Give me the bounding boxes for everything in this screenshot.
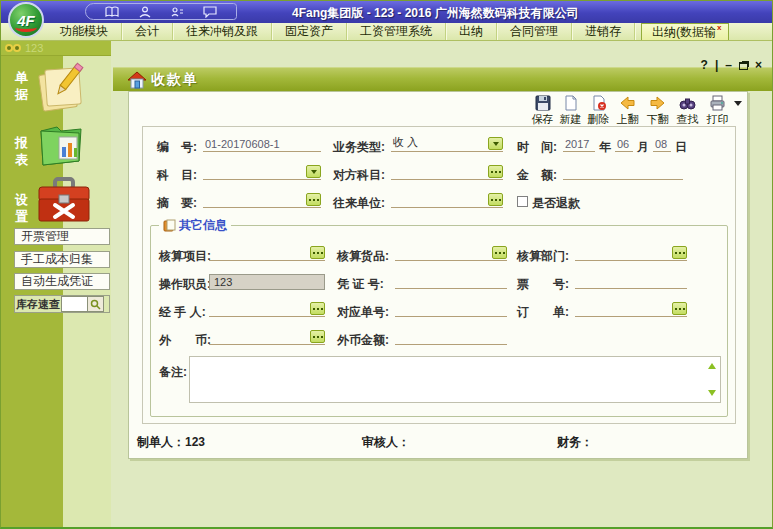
summary-label: 摘 要: (157, 195, 197, 212)
finance-signature: 财务： (557, 434, 593, 451)
other-info-legend: 其它信息 (159, 217, 231, 234)
accounting-item-lookup-icon[interactable] (310, 246, 325, 259)
sidebar-button-auto-voucher[interactable]: 自动生成凭证 (14, 273, 110, 290)
is-refund-checkbox[interactable] (517, 196, 528, 207)
subject-dropdown-icon[interactable] (306, 165, 321, 178)
find-button[interactable]: 查找 (674, 95, 701, 127)
notepad-pencil-icon[interactable] (37, 61, 87, 115)
menu-item-fixed-assets[interactable]: 固定资产 (272, 23, 347, 40)
print-button[interactable]: 打印 (704, 95, 731, 127)
book-icon[interactable] (105, 6, 119, 18)
accounting-item-field[interactable] (209, 245, 325, 261)
menu-item-offset[interactable]: 往来冲销及跟 (173, 23, 272, 40)
menu-item-contracts[interactable]: 合同管理 (497, 23, 572, 40)
form-title: 收款单 (151, 71, 199, 89)
tab-close-icon[interactable]: x (717, 23, 721, 32)
menu-item-payroll[interactable]: 工资管理系统 (347, 23, 446, 40)
number-field[interactable]: 01-20170608-1 (203, 136, 321, 152)
accounting-dept-lookup-icon[interactable] (672, 246, 687, 259)
toolbox-icon[interactable] (35, 177, 91, 225)
menu-item-accounting[interactable]: 会计 (122, 23, 173, 40)
clipboard-icon (163, 219, 176, 232)
day-field[interactable]: 08 (653, 136, 671, 152)
ticket-no-field[interactable] (575, 273, 687, 289)
sidebar-button-manual-cost[interactable]: 手工成本归集 (14, 251, 110, 268)
partner-unit-lookup-icon[interactable] (488, 193, 503, 206)
remark-scroll-up-icon[interactable] (708, 363, 716, 369)
foreign-currency-lookup-icon[interactable] (310, 330, 325, 343)
sidebar-item-settings[interactable]: 设置 (14, 191, 29, 225)
app-logo[interactable]: 4F (8, 2, 44, 38)
form-panel: 保存 新建 删除 上翻 下翻 (128, 91, 748, 459)
operator-label: 操作职员: (159, 276, 211, 293)
counter-subject-field[interactable] (391, 164, 503, 180)
binoculars-icon[interactable] (5, 44, 21, 53)
accounting-goods-lookup-icon[interactable] (492, 246, 507, 259)
amount-field[interactable] (563, 164, 683, 180)
sidebar-button-invoice-mgmt[interactable]: 开票管理 (14, 228, 110, 245)
remark-label: 备注: (159, 364, 187, 381)
stock-search-input[interactable] (61, 296, 87, 312)
subject-select[interactable] (203, 164, 321, 180)
time-label: 时 间: (517, 139, 557, 156)
biz-type-select[interactable]: 收 入 (391, 136, 503, 152)
active-tab-cashier-data[interactable]: 出纳(数据输 x (641, 23, 729, 40)
chat-icon[interactable] (203, 6, 217, 18)
month-field[interactable]: 06 (615, 136, 633, 152)
child-window-controls: ? | – × (701, 58, 762, 72)
contact-card-icon[interactable] (170, 6, 184, 18)
remark-scroll-down-icon[interactable] (708, 390, 716, 396)
year-field[interactable]: 2017 (563, 136, 595, 152)
help-button[interactable]: ? (701, 58, 708, 72)
voucher-no-field[interactable] (395, 273, 507, 289)
foreign-currency-field[interactable] (209, 329, 325, 345)
accounting-goods-field[interactable] (395, 245, 507, 261)
remark-textarea[interactable] (191, 358, 706, 401)
binoculars-icon (679, 95, 696, 111)
menu-item-cashier[interactable]: 出纳 (446, 23, 497, 40)
arrow-right-icon (649, 95, 666, 111)
accounting-dept-field[interactable] (575, 245, 687, 261)
remark-box (189, 356, 721, 403)
toolbar-more-dropdown-icon[interactable] (734, 101, 742, 106)
sidebar-item-documents[interactable]: 单据 (14, 69, 29, 103)
new-button[interactable]: 新建 (558, 95, 583, 127)
page-up-button[interactable]: 上翻 (614, 95, 641, 127)
foreign-amount-field[interactable] (395, 329, 507, 345)
related-no-field[interactable] (395, 301, 507, 317)
restore-button[interactable] (739, 62, 748, 70)
active-tab-label: 出纳(数据输 (652, 24, 716, 41)
minimize-button[interactable]: – (725, 58, 732, 72)
biz-type-dropdown-icon[interactable] (488, 137, 503, 150)
home-icon (127, 71, 147, 89)
summary-field[interactable] (203, 192, 321, 208)
save-button[interactable]: 保存 (530, 95, 555, 127)
accounting-item-label: 核算项目: (159, 248, 211, 265)
close-button[interactable]: × (755, 58, 762, 72)
is-refund-label: 是否退款 (532, 195, 580, 212)
report-folder-icon[interactable] (37, 121, 87, 169)
stock-quick-search: 库存速查 (14, 295, 110, 313)
quick-icon-bar (85, 3, 237, 20)
order-label: 订 单: (517, 304, 569, 321)
menu-item-modules[interactable]: 功能模块 (47, 23, 122, 40)
maker-signature: 制单人：123 (137, 434, 205, 451)
handler-lookup-icon[interactable] (310, 302, 325, 315)
menu-item-inventory[interactable]: 进销存 (572, 23, 635, 40)
order-field[interactable] (575, 301, 687, 317)
window-title: 4Fang集团版 - 123 - 2016 广州海然数码科技有限公司 (292, 5, 579, 22)
day-unit: 日 (675, 139, 687, 156)
partner-unit-field[interactable] (391, 192, 503, 208)
workspace-label: 123 (25, 42, 43, 54)
handler-field[interactable] (209, 301, 325, 317)
summary-lookup-icon[interactable] (306, 193, 321, 206)
order-lookup-icon[interactable] (672, 302, 687, 315)
user-icon[interactable] (138, 6, 152, 18)
form-window: ? | – × 收款单 保存 新建 (111, 56, 773, 529)
foreign-amount-label: 外币金额: (337, 332, 389, 349)
delete-button[interactable]: 删除 (586, 95, 611, 127)
page-down-button[interactable]: 下翻 (644, 95, 671, 127)
counter-subject-lookup-icon[interactable] (488, 165, 503, 178)
sidebar-item-reports[interactable]: 报表 (14, 134, 29, 168)
stock-search-button[interactable] (87, 296, 104, 312)
